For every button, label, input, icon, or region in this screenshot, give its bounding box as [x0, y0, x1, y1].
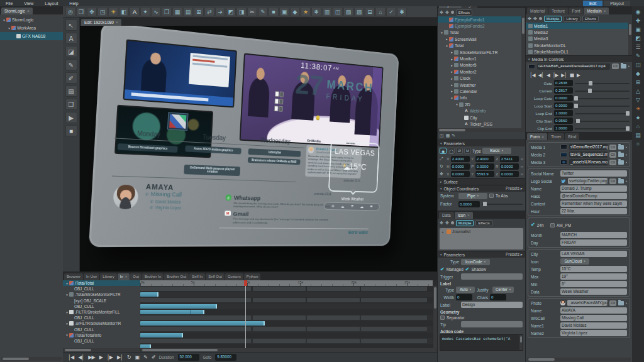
form-hscrollbar[interactable] [527, 358, 631, 361]
media-item[interactable]: Media3 [526, 36, 632, 42]
home-view[interactable]: ⌂ [375, 7, 386, 16]
expander-icon[interactable]: ▾ [450, 96, 454, 100]
tool-icon[interactable]: ✎ [452, 133, 455, 138]
transport-button[interactable]: ▶│ [561, 72, 566, 78]
material-tool[interactable]: ◧ [119, 7, 129, 16]
menu-help[interactable]: Help [64, 1, 84, 6]
filter-effects[interactable]: Effects [456, 9, 472, 16]
pick-all-icon[interactable]: ✥ [533, 16, 537, 21]
pen-tool[interactable]: ✎ [65, 59, 77, 70]
shape-object[interactable]: ◪ [65, 46, 77, 57]
expander-icon[interactable]: ▾ [2, 18, 6, 22]
transport-button[interactable]: │◀ [530, 72, 535, 78]
timeline-tree-item[interactable]: ▾.Total/StrokeMonitorFiLTR [63, 292, 140, 297]
diamond-icon[interactable]: ◆ [636, 70, 640, 77]
close-icon[interactable]: × [125, 275, 128, 278]
max-field[interactable]: 19° [560, 273, 627, 280]
object-tree-item[interactable]: ▾Total [438, 43, 525, 49]
scale-row-y-field[interactable]: 2.4000 [475, 156, 494, 162]
home-icon[interactable]: ⌂ [636, 123, 640, 129]
min-field[interactable]: 6° [560, 281, 627, 287]
expander-icon[interactable]: ▸ [450, 89, 454, 93]
timeline-track[interactable] [140, 321, 433, 326]
timeline-track[interactable] [140, 332, 433, 338]
transport-button[interactable]: ◀│ [538, 72, 543, 78]
managed-checkbox[interactable]: ✔ [440, 267, 445, 272]
move-tool[interactable]: ✥ [87, 7, 97, 16]
timeline-track[interactable] [140, 304, 433, 309]
tip-field[interactable] [461, 321, 523, 327]
radio-icon[interactable] [451, 221, 454, 224]
clip-button[interactable]: Cli [609, 178, 616, 184]
media-3-field[interactable]: _assets\UKnews.mov [569, 159, 608, 165]
library-book[interactable]: ❒ [65, 99, 77, 110]
expander-icon[interactable]: ▾ [455, 102, 459, 106]
media-item[interactable]: Media2 [526, 29, 632, 35]
presets-button[interactable]: Presets [506, 186, 519, 190]
light-tool[interactable]: ☀ [108, 7, 118, 16]
name1-field[interactable]: David Moldes [560, 322, 627, 329]
tab-edit-1920x1080[interactable]: Edit: 1920x1080× [81, 19, 121, 26]
name2-field[interactable]: Virginia López [560, 330, 627, 336]
current-slider[interactable] [575, 88, 630, 94]
import-tool[interactable]: ➔ [215, 7, 225, 16]
object-tree-item[interactable]: ▾2D [438, 101, 525, 107]
current-field[interactable]: 0.2817 [554, 87, 573, 94]
expander-icon[interactable]: ▸ [450, 83, 454, 87]
object-tree-item[interactable]: ▸ScreenWall [438, 36, 525, 42]
expander-icon[interactable]: ▸ [445, 37, 449, 41]
tab-custom[interactable]: Custom [225, 273, 243, 280]
surface-header[interactable]: ▸Surface [438, 178, 525, 185]
timeline-track[interactable] [140, 344, 433, 348]
timeline-track[interactable] [140, 309, 433, 315]
select-tool[interactable]: ❐ [76, 7, 86, 16]
timeline-tree-item[interactable]: OBJ_CULL [63, 338, 140, 344]
rotation-row-r-field[interactable]: 0.0000 [500, 163, 519, 170]
temp-field[interactable]: 15°C [560, 266, 627, 272]
expander-icon[interactable]: ▾ [7, 26, 11, 30]
type-dropdown[interactable]: Basic▾ [482, 148, 511, 154]
timeline-tree-item[interactable]: ▾/Total/Total [63, 280, 140, 286]
link-icon[interactable]: ∞ [521, 165, 523, 168]
expander-icon[interactable]: ▸ [450, 57, 454, 61]
clip-start-field[interactable]: 0.0560 [554, 118, 573, 124]
keyframe-icon[interactable]: ▣ [635, 26, 641, 33]
timeline-tree-item[interactable]: OBJ_CULL [63, 327, 140, 332]
social-name-field[interactable]: Twitter [560, 170, 627, 177]
tab-python[interactable]: Python [244, 273, 261, 280]
timeline-track[interactable] [140, 338, 433, 344]
list-icon[interactable]: ☰ [635, 44, 640, 50]
transport-button[interactable]: ▶ [577, 72, 580, 78]
timeline-track[interactable] [140, 297, 433, 303]
day-field[interactable]: FRIDAY [560, 239, 627, 246]
duration-field[interactable]: 52.000 [178, 354, 199, 361]
transport-button[interactable]: ◀│ [78, 354, 84, 360]
animation-bar[interactable] [140, 333, 183, 337]
up-icon[interactable]: △ [636, 88, 640, 94]
pick-icon[interactable]: ✥ [528, 16, 531, 21]
split-icon[interactable]: ◫ [635, 62, 641, 68]
expander-icon[interactable]: ▸ [450, 77, 454, 80]
tab-bind[interactable]: Bind [565, 133, 579, 140]
tool-icon[interactable]: ◳ [440, 133, 444, 138]
filter-library[interactable]: Library [564, 16, 580, 22]
transport-button[interactable]: ✎ [143, 354, 147, 360]
transport-button[interactable]: ▶▶ [88, 354, 94, 360]
clip-button[interactable]: Cli [612, 63, 619, 69]
transport-button[interactable]: ↻ [127, 354, 131, 360]
animation-bar[interactable] [140, 310, 204, 314]
goto-slider[interactable] [575, 80, 630, 86]
layers-panel[interactable]: ▤ [65, 85, 77, 97]
media-1-field[interactable]: s\DemoReel2017.mp4 [569, 144, 608, 150]
filter-effects[interactable]: Effects [475, 220, 492, 226]
slider-thumb[interactable] [574, 96, 578, 101]
slider-thumb[interactable] [576, 119, 580, 123]
transport-button[interactable]: ▶│ [117, 354, 123, 360]
transport-button[interactable]: ▮▮ [570, 72, 574, 78]
transport-button[interactable]: ▶ [99, 354, 103, 360]
browse-folder-icon[interactable] [618, 301, 624, 305]
close-icon[interactable]: × [116, 20, 118, 25]
tool-icon[interactable]: ▦ [446, 133, 450, 138]
grid-tool[interactable]: ▦ [172, 7, 182, 16]
close-icon[interactable]: × [604, 9, 606, 13]
